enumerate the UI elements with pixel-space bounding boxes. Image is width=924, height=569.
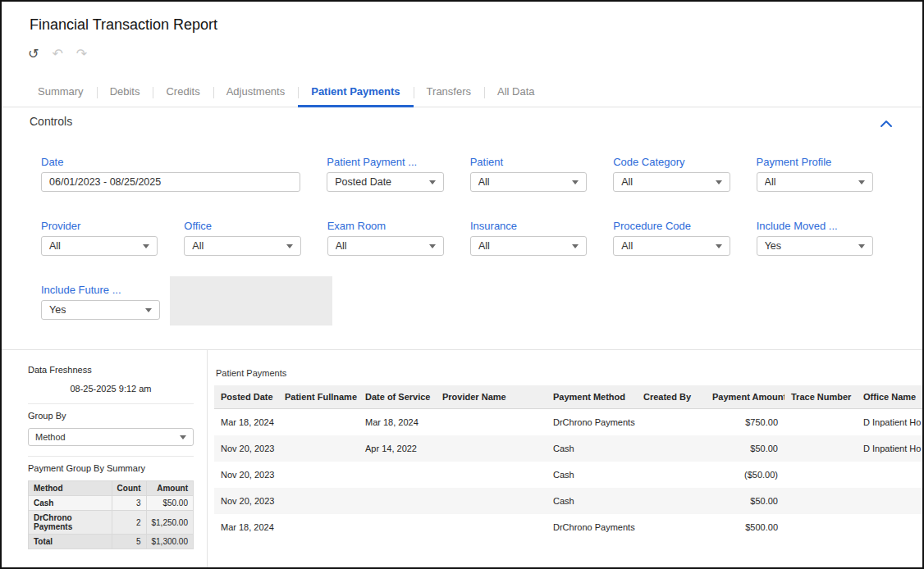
col-patient-fullname[interactable]: Patient Fullname [278, 385, 359, 409]
redo-icon[interactable]: ↷ [76, 48, 87, 61]
office-select[interactable]: All [184, 236, 300, 256]
chevron-up-icon [880, 120, 893, 128]
summary-header-amount: Amount [146, 481, 194, 496]
filter-patient-label: Patient [470, 156, 587, 168]
results-region: Data Freshness 08-25-2025 9:12 am Group … [2, 349, 922, 567]
cell-date-of-service [359, 488, 436, 514]
dropdown-caret-icon [716, 244, 722, 248]
insurance-select[interactable]: All [470, 236, 587, 256]
summary-amount: $50.00 [146, 496, 194, 511]
group-by-section: Group By Method [28, 404, 194, 457]
col-posted-date[interactable]: Posted Date [214, 385, 278, 409]
col-provider-name[interactable]: Provider Name [436, 385, 547, 409]
col-payment-amount[interactable]: Payment Amount [706, 385, 784, 409]
summary-amount: $1,300.00 [146, 535, 194, 549]
summary-method: Total [29, 535, 112, 549]
exam-room-value: All [336, 240, 347, 252]
cell-patient-fullname [278, 435, 359, 462]
cell-patient-fullname [278, 462, 359, 488]
cell-trace-number [784, 409, 857, 436]
filter-patient-payment-label: Patient Payment ... [327, 156, 443, 168]
group-by-value: Method [35, 432, 66, 442]
office-value: All [192, 240, 204, 252]
col-payment-method[interactable]: Payment Method [547, 385, 637, 409]
cell-trace-number [784, 435, 857, 462]
group-summary-title: Payment Group By Summary [28, 463, 194, 473]
procedure-code-select[interactable]: All [613, 236, 730, 256]
cell-payment-method: Cash [547, 488, 637, 514]
summary-count: 5 [112, 535, 146, 549]
cell-payment-method: DrChrono Payments [547, 409, 637, 436]
col-trace-number[interactable]: Trace Number [784, 385, 857, 409]
dropdown-caret-icon [858, 180, 865, 184]
procedure-code-value: All [621, 240, 633, 252]
cell-provider-name [436, 514, 547, 540]
payments-table-area: Patient Payments Posted Date Patient Ful… [208, 350, 922, 567]
patient-payment-value: Posted Date [335, 176, 391, 188]
code-category-select[interactable]: All [613, 172, 730, 192]
filter-office: Office All [184, 220, 300, 256]
dropdown-caret-icon [286, 244, 293, 248]
tab-debits[interactable]: Debits [97, 80, 153, 107]
cell-patient-fullname [278, 488, 359, 514]
payment-row[interactable]: Nov 20, 2023 Cash ($50.00) [214, 462, 922, 488]
cell-created-by [637, 488, 706, 514]
filter-date: Date [41, 156, 300, 192]
tab-patient-payments[interactable]: Patient Payments [298, 80, 413, 107]
summary-row: DrChrono Payments 2 $1,250.00 [29, 511, 194, 535]
dropdown-caret-icon [858, 244, 865, 248]
summary-count: 3 [112, 496, 146, 511]
col-office-name[interactable]: Office Name [857, 385, 922, 409]
loading-placeholder [170, 276, 332, 325]
tab-summary[interactable]: Summary [25, 80, 97, 107]
cell-provider-name [436, 462, 547, 488]
col-created-by[interactable]: Created By [637, 385, 706, 409]
tab-all-data[interactable]: All Data [484, 80, 548, 107]
exam-room-select[interactable]: All [327, 236, 444, 256]
cell-office-name [857, 462, 922, 488]
cell-provider-name [436, 435, 547, 462]
col-date-of-service[interactable]: Date of Service [359, 385, 436, 409]
include-future-select[interactable]: Yes [41, 300, 160, 320]
provider-select[interactable]: All [41, 236, 158, 256]
filters-panel: Date Patient Payment ... Posted Date Pat… [41, 156, 899, 348]
cell-payment-amount: ($50.00) [706, 462, 784, 488]
tab-credits[interactable]: Credits [153, 80, 213, 107]
cell-created-by [637, 435, 706, 462]
filter-code-category-label: Code Category [613, 156, 730, 168]
cell-provider-name [436, 409, 547, 436]
tab-transfers[interactable]: Transfers [414, 80, 484, 107]
filter-procedure-code-label: Procedure Code [613, 220, 730, 232]
payment-profile-select[interactable]: All [757, 172, 873, 192]
patient-payment-select[interactable]: Posted Date [327, 172, 443, 192]
summary-amount: $1,250.00 [146, 511, 194, 535]
filter-date-label: Date [41, 156, 300, 168]
tab-adjustments[interactable]: Adjustments [213, 80, 299, 107]
filter-patient-payment: Patient Payment ... Posted Date [327, 156, 443, 192]
date-range-input[interactable] [41, 172, 300, 192]
filter-include-moved-label: Include Moved ... [757, 220, 873, 232]
cell-created-by [637, 514, 706, 540]
cell-posted-date: Nov 20, 2023 [214, 462, 278, 488]
patient-select[interactable]: All [470, 172, 587, 192]
cell-posted-date: Mar 18, 2024 [214, 409, 278, 436]
include-moved-select[interactable]: Yes [757, 236, 873, 256]
cell-payment-method: DrChrono Payments [547, 514, 637, 540]
payment-row[interactable]: Mar 18, 2024 Mar 18, 2024 DrChrono Payme… [214, 409, 922, 436]
payment-row[interactable]: Nov 20, 2023 Apr 14, 2022 Cash $50.00 D … [214, 435, 922, 462]
group-by-select[interactable]: Method [28, 428, 194, 446]
refresh-icon[interactable]: ↺ [28, 48, 39, 61]
filter-code-category: Code Category All [613, 156, 730, 192]
summary-count: 2 [112, 511, 146, 535]
payment-row[interactable]: Nov 20, 2023 Cash $50.00 [214, 488, 922, 514]
dropdown-caret-icon [572, 180, 579, 184]
code-category-value: All [621, 176, 633, 188]
page-title: Financial Transaction Report [30, 16, 217, 34]
summary-header-count: Count [112, 481, 146, 496]
filter-row-2: Provider All Office All Exam Room All [41, 220, 899, 256]
undo-icon[interactable]: ↶ [52, 48, 62, 61]
collapse-controls-button[interactable] [880, 116, 894, 128]
filter-insurance: Insurance All [470, 220, 587, 256]
payment-row[interactable]: Mar 18, 2024 DrChrono Payments $500.00 [214, 514, 922, 540]
filter-office-label: Office [184, 220, 300, 232]
